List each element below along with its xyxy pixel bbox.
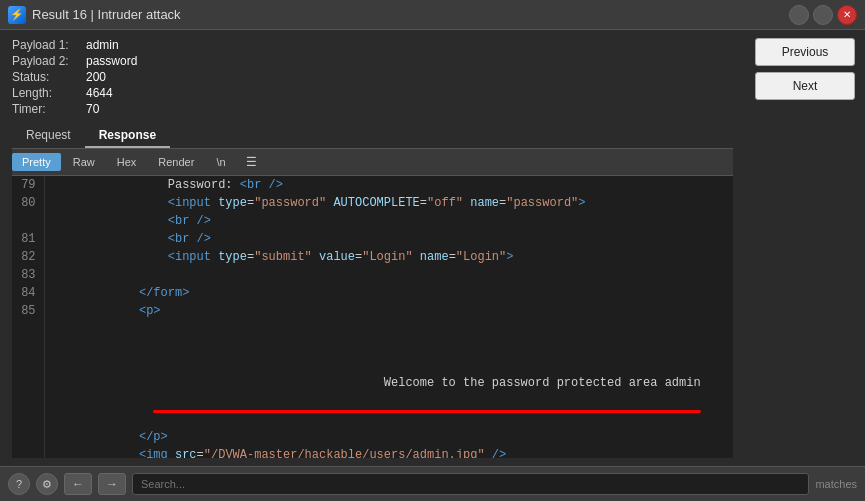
subtab-ln[interactable]: \n bbox=[206, 153, 235, 171]
app-icon: ⚡ bbox=[8, 6, 26, 24]
info-section: Payload 1: admin Payload 2: password Sta… bbox=[12, 38, 733, 116]
timer-label: Timer: bbox=[12, 102, 82, 116]
line-code: Password: <br /> bbox=[44, 176, 733, 194]
back-button[interactable]: ← bbox=[64, 473, 92, 495]
window-controls: ✕ bbox=[789, 5, 857, 25]
status-value: 200 bbox=[86, 70, 733, 84]
sub-tab-bar: Pretty Raw Hex Render \n ☰ bbox=[12, 149, 733, 176]
table-row: 85 <p> bbox=[12, 302, 733, 320]
line-code: <img src="/DVWA-master/hackable/users/ad… bbox=[44, 446, 733, 458]
timer-value: 70 bbox=[86, 102, 733, 116]
right-panel: Previous Next bbox=[745, 30, 865, 466]
search-input[interactable] bbox=[132, 473, 809, 495]
line-num: 82 bbox=[12, 248, 44, 266]
payload2-value: password bbox=[86, 54, 733, 68]
line-code bbox=[44, 266, 733, 284]
line-num bbox=[12, 320, 44, 428]
line-num: 80 bbox=[12, 194, 44, 212]
title-bar-left: ⚡ Result 16 | Intruder attack bbox=[8, 6, 181, 24]
table-row: Welcome to the password protected area a… bbox=[12, 320, 733, 428]
line-code: </form> bbox=[44, 284, 733, 302]
length-label: Length: bbox=[12, 86, 82, 100]
subtab-hex[interactable]: Hex bbox=[107, 153, 147, 171]
line-num: 81 bbox=[12, 230, 44, 248]
line-code: <input type="submit" value="Login" name=… bbox=[44, 248, 733, 266]
line-num: 85 bbox=[12, 302, 44, 320]
minimize-button[interactable] bbox=[789, 5, 809, 25]
line-code: <br /> bbox=[44, 230, 733, 248]
bottom-bar: ? ⚙ ← → matches bbox=[0, 466, 865, 501]
length-value: 4644 bbox=[86, 86, 733, 100]
status-label: Status: bbox=[12, 70, 82, 84]
table-row: 83 bbox=[12, 266, 733, 284]
table-row: 79 Password: <br /> bbox=[12, 176, 733, 194]
payload1-value: admin bbox=[86, 38, 733, 52]
subtab-pretty[interactable]: Pretty bbox=[12, 153, 61, 171]
table-row: <img src="/DVWA-master/hackable/users/ad… bbox=[12, 446, 733, 458]
line-code: <input type="password" AUTOCOMPLETE="off… bbox=[44, 194, 733, 212]
payload1-label: Payload 1: bbox=[12, 38, 82, 52]
subtab-render[interactable]: Render bbox=[148, 153, 204, 171]
line-code: <br /> bbox=[44, 212, 733, 230]
forward-button[interactable]: → bbox=[98, 473, 126, 495]
close-button[interactable]: ✕ bbox=[837, 5, 857, 25]
line-num: 83 bbox=[12, 266, 44, 284]
tab-bar: Request Response bbox=[12, 124, 733, 149]
payload2-label: Payload 2: bbox=[12, 54, 82, 68]
next-button[interactable]: Next bbox=[755, 72, 855, 100]
line-num bbox=[12, 212, 44, 230]
tab-response[interactable]: Response bbox=[85, 124, 170, 148]
tab-request[interactable]: Request bbox=[12, 124, 85, 148]
highlighted-line: Welcome to the password protected area a… bbox=[44, 320, 733, 428]
line-num: 84 bbox=[12, 284, 44, 302]
code-table: 79 Password: <br /> 80 <input type="pass… bbox=[12, 176, 733, 458]
table-row: <br /> bbox=[12, 212, 733, 230]
line-code: </p> bbox=[44, 428, 733, 446]
settings-button[interactable]: ⚙ bbox=[36, 473, 58, 495]
table-row: 82 <input type="submit" value="Login" na… bbox=[12, 248, 733, 266]
line-num bbox=[12, 446, 44, 458]
line-code: <p> bbox=[44, 302, 733, 320]
maximize-button[interactable] bbox=[813, 5, 833, 25]
previous-button[interactable]: Previous bbox=[755, 38, 855, 66]
table-row: 84 </form> bbox=[12, 284, 733, 302]
subtab-menu-icon[interactable]: ☰ bbox=[238, 152, 265, 172]
window-title: Result 16 | Intruder attack bbox=[32, 7, 181, 22]
line-num bbox=[12, 428, 44, 446]
code-area[interactable]: 79 Password: <br /> 80 <input type="pass… bbox=[12, 176, 733, 458]
table-row: 80 <input type="password" AUTOCOMPLETE="… bbox=[12, 194, 733, 212]
line-num: 79 bbox=[12, 176, 44, 194]
help-button[interactable]: ? bbox=[8, 473, 30, 495]
table-row: 81 <br /> bbox=[12, 230, 733, 248]
left-panel: Payload 1: admin Payload 2: password Sta… bbox=[0, 30, 745, 466]
title-bar: ⚡ Result 16 | Intruder attack ✕ bbox=[0, 0, 865, 30]
subtab-raw[interactable]: Raw bbox=[63, 153, 105, 171]
table-row: </p> bbox=[12, 428, 733, 446]
main-area: Payload 1: admin Payload 2: password Sta… bbox=[0, 30, 865, 466]
matches-label: matches bbox=[815, 478, 857, 490]
